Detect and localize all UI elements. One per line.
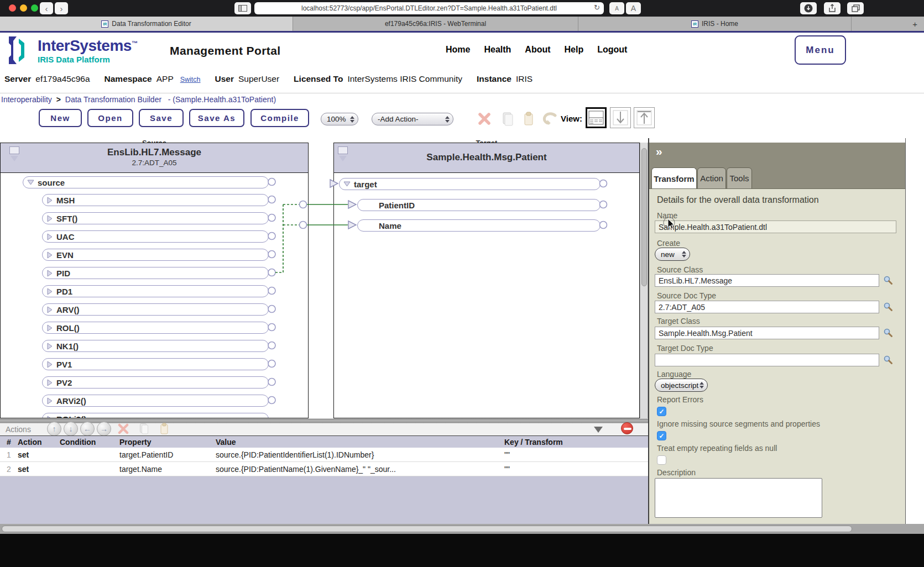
source-class-field[interactable] xyxy=(655,274,879,287)
source-segment-pill[interactable]: EVN xyxy=(42,249,269,261)
search-icon[interactable] xyxy=(883,275,893,285)
source-segment-pill[interactable]: SFT() xyxy=(42,212,269,224)
copy-row-button-disabled[interactable] xyxy=(139,423,149,435)
font-larger-button[interactable]: A xyxy=(626,2,641,14)
source-header-scroll[interactable] xyxy=(9,146,20,161)
expander-right-icon[interactable] xyxy=(46,343,53,350)
tab-transform[interactable]: Transform xyxy=(651,167,697,190)
compile-button[interactable]: Compile xyxy=(250,109,309,127)
new-tab-button[interactable]: + xyxy=(852,17,924,31)
expander-right-icon[interactable] xyxy=(46,379,53,386)
expander-right-icon[interactable] xyxy=(46,233,53,240)
tab-overview-button[interactable] xyxy=(847,2,864,14)
tab-action[interactable]: Action xyxy=(697,167,726,189)
report-errors-checkbox[interactable]: ✓ xyxy=(657,407,666,416)
view-split-button-selected[interactable] xyxy=(586,107,607,128)
view-maximize-bottom-button[interactable] xyxy=(610,107,631,128)
breadcrumb-root[interactable]: Interoperability xyxy=(1,95,52,104)
expander-right-icon[interactable] xyxy=(46,397,53,405)
target-doc-type-field[interactable] xyxy=(655,354,879,366)
source-segment-pill[interactable]: MSH xyxy=(42,194,269,206)
expander-right-icon[interactable] xyxy=(46,361,53,368)
nav-logout[interactable]: Logout xyxy=(597,45,627,55)
intersystems-logo[interactable]: InterSystems™ IRIS Data Platform xyxy=(6,35,137,65)
copy-button-disabled[interactable] xyxy=(502,112,513,126)
back-button[interactable]: ‹ xyxy=(40,2,53,14)
source-segment-pill[interactable]: UAC xyxy=(42,230,269,243)
move-up-button[interactable]: ↑ xyxy=(47,422,61,436)
target-root-pill[interactable]: target xyxy=(339,178,601,190)
source-segment-pill[interactable]: ROLi2() xyxy=(42,413,269,418)
expander-right-icon[interactable] xyxy=(46,215,53,222)
open-button[interactable]: Open xyxy=(87,109,133,127)
description-textarea[interactable] xyxy=(655,478,822,518)
expander-right-icon[interactable] xyxy=(46,270,53,277)
paste-button-disabled[interactable] xyxy=(523,112,534,126)
search-icon[interactable] xyxy=(883,302,893,312)
delete-action-button-disabled[interactable] xyxy=(478,112,491,125)
target-property-pill[interactable]: Name xyxy=(357,219,601,232)
delete-row-button-disabled[interactable] xyxy=(118,423,129,434)
create-select[interactable]: new xyxy=(655,248,690,261)
breadcrumb-page[interactable]: Data Transformation Builder xyxy=(65,95,161,104)
source-doc-type-field[interactable] xyxy=(655,301,879,313)
zoom-window-button[interactable] xyxy=(31,4,38,12)
language-select[interactable]: objectscript xyxy=(655,379,708,392)
source-segment-pill[interactable]: NK1() xyxy=(42,340,269,352)
ignore-missing-checkbox[interactable]: ✓ xyxy=(657,431,666,440)
view-maximize-top-button[interactable] xyxy=(634,107,655,128)
forward-button[interactable]: › xyxy=(55,2,68,14)
font-smaller-button[interactable]: A xyxy=(609,2,624,14)
save-button[interactable]: Save xyxy=(139,109,184,127)
outdent-button[interactable]: ← xyxy=(80,422,95,436)
window-horizontal-scrollbar[interactable] xyxy=(0,524,924,534)
url-bar[interactable]: localhost:52773/csp/app/EnsPortal.DTLEdi… xyxy=(254,2,604,14)
source-segment-pill[interactable]: PV1 xyxy=(42,358,269,370)
no-entry-icon[interactable] xyxy=(621,422,633,434)
move-down-button[interactable]: ↓ xyxy=(64,422,78,436)
sidebar-toggle-button[interactable] xyxy=(234,2,251,14)
table-row[interactable]: 1 set target.PatientID source.{PID:Patie… xyxy=(0,448,648,462)
zoom-select[interactable]: 100% xyxy=(321,113,358,125)
expander-right-icon[interactable] xyxy=(46,251,53,259)
switch-link[interactable]: Switch xyxy=(180,76,201,83)
table-row[interactable]: 2 set target.Name source.{PID:PatientNam… xyxy=(0,462,648,476)
collapse-panel-icon[interactable]: » xyxy=(656,145,662,158)
minimize-window-button[interactable] xyxy=(20,4,27,12)
target-class-field[interactable] xyxy=(655,327,879,339)
source-segment-pill[interactable]: ARV() xyxy=(42,303,269,316)
expander-down-icon[interactable] xyxy=(343,181,351,187)
expander-right-icon[interactable] xyxy=(46,324,53,332)
share-button[interactable] xyxy=(824,2,841,14)
nav-health[interactable]: Health xyxy=(484,45,511,55)
treat-empty-checkbox[interactable]: ✓ xyxy=(657,455,666,465)
horizontal-splitter[interactable] xyxy=(0,418,648,423)
diagram-vertical-scrollbar[interactable] xyxy=(640,143,648,418)
undo-button-disabled[interactable] xyxy=(542,112,557,125)
add-action-select[interactable]: -Add Action- xyxy=(372,113,453,125)
downloads-button[interactable] xyxy=(800,2,817,14)
nav-home[interactable]: Home xyxy=(446,45,470,55)
browser-tab-webterminal[interactable]: ef179a45c96a:IRIS - WebTerminal xyxy=(293,17,578,31)
scrollbar-thumb[interactable] xyxy=(2,526,852,532)
save-as-button[interactable]: Save As xyxy=(189,109,244,127)
browser-tab-dtl-editor[interactable]: IR Data Transformation Editor xyxy=(0,17,293,31)
target-header-scroll[interactable] xyxy=(338,146,349,161)
browser-tab-iris-home[interactable]: IR IRIS - Home xyxy=(578,17,852,31)
expander-down-icon[interactable] xyxy=(27,179,34,186)
indent-button[interactable]: → xyxy=(97,422,111,436)
reload-icon[interactable]: ↻ xyxy=(594,3,600,12)
source-root-pill[interactable]: source xyxy=(23,176,269,188)
tab-tools[interactable]: Tools xyxy=(727,167,752,189)
search-icon[interactable] xyxy=(883,355,893,365)
scrollbar-thumb[interactable] xyxy=(641,148,647,286)
expander-right-icon[interactable] xyxy=(46,306,53,313)
paste-row-button-disabled[interactable] xyxy=(160,423,169,435)
source-segment-pill[interactable]: ROL() xyxy=(42,322,269,334)
nav-about[interactable]: About xyxy=(525,45,550,55)
nav-help[interactable]: Help xyxy=(565,45,584,55)
name-field[interactable] xyxy=(655,221,896,233)
source-segment-pill[interactable]: PD1 xyxy=(42,285,269,297)
expander-right-icon[interactable] xyxy=(46,197,53,204)
new-button[interactable]: New xyxy=(39,109,82,127)
